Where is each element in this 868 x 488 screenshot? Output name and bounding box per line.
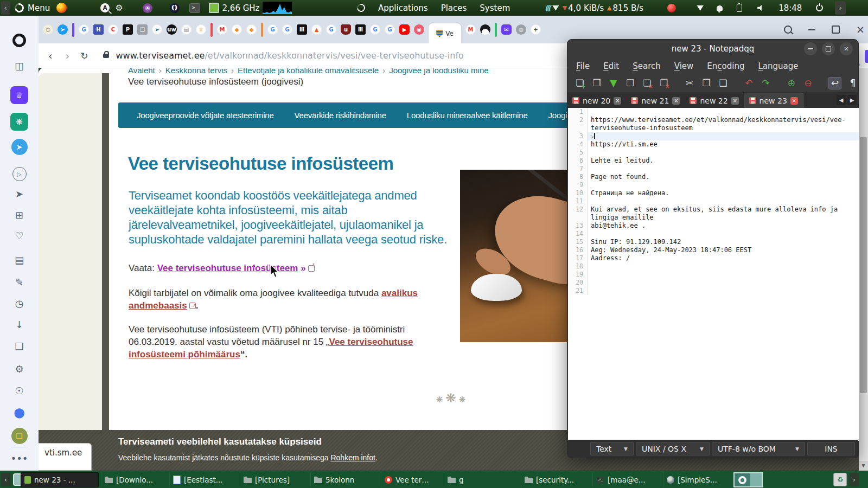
- pinned-tab-google-1[interactable]: G: [79, 24, 89, 35]
- pinned-tab-metamask-2[interactable]: ◆: [246, 24, 257, 35]
- rohkem-infot-link[interactable]: Rohkem infot: [330, 453, 375, 462]
- site-nav-item[interactable]: Veevärkide riskihindamine: [295, 111, 386, 120]
- aria-icon[interactable]: ♕: [0, 86, 39, 104]
- editor-tab-new-21[interactable]: new 21×: [626, 93, 685, 108]
- pinned-tab-gmail-1[interactable]: M: [217, 24, 227, 35]
- editor-line[interactable]: 8Page not found.: [568, 173, 859, 181]
- forward-button[interactable]: ›: [66, 50, 70, 62]
- sidebar-ellipsis[interactable]: •••: [0, 453, 39, 464]
- taskbar-window-10[interactable]: [SimpleS...: [663, 472, 732, 487]
- save-icon[interactable]: ▼: [608, 79, 619, 88]
- panel-collapse-right-icon[interactable]: ›: [835, 1, 846, 15]
- browser-minimize-button[interactable]: [808, 29, 815, 30]
- pinned-tab-p-site[interactable]: P: [123, 24, 133, 35]
- pinned-tab-archive-2[interactable]: Ⅲ: [355, 24, 366, 35]
- extensions-icon[interactable]: ❑: [0, 341, 39, 352]
- editor-line[interactable]: 18: [568, 262, 859, 271]
- tab-scroll-left-icon[interactable]: ◀: [837, 95, 846, 105]
- battery-icon[interactable]: [737, 4, 742, 12]
- redo-icon[interactable]: ↷: [760, 79, 771, 88]
- status-encoding-select[interactable]: UTF-8 w/o BOM▼: [712, 442, 805, 455]
- status-format-select[interactable]: Text▼: [590, 442, 634, 455]
- status-line-endings-select[interactable]: UNIX / OS X▼: [636, 442, 710, 455]
- firefox-launcher-icon[interactable]: [56, 3, 67, 13]
- editor-tab-new-20[interactable]: new 20×: [567, 93, 626, 108]
- editor-line[interactable]: 6Lehte ei leitud.: [568, 157, 859, 165]
- taskbar-window-2[interactable]: [Downlo...: [101, 472, 167, 487]
- opera-logo[interactable]: [0, 34, 39, 47]
- pinned-tab-twitter[interactable]: ➤: [58, 24, 68, 35]
- pinned-tab-google-6[interactable]: G: [385, 24, 395, 35]
- menu-edit[interactable]: Edit: [603, 61, 619, 71]
- browser-maximize-button[interactable]: [832, 25, 840, 34]
- editor-line[interactable]: 2https://www.terviseamet.ee/et/valkonnad…: [568, 116, 859, 132]
- editor-line[interactable]: 5: [568, 149, 859, 157]
- system-menu[interactable]: System: [480, 3, 510, 13]
- docs-app-icon[interactable]: ❏: [0, 428, 39, 444]
- notepadqq-minimize-button[interactable]: [804, 42, 817, 55]
- downloads-icon[interactable]: ↓: [0, 319, 39, 330]
- terminal-launcher-icon[interactable]: >_: [189, 3, 200, 13]
- twitter-sidebar-icon[interactable]: ➤: [0, 139, 39, 155]
- editor-tab-new-22[interactable]: new 22×: [685, 93, 743, 108]
- messenger-icon[interactable]: ⬤: [0, 407, 39, 418]
- telegram-panel-icon[interactable]: ➤: [0, 188, 39, 200]
- page-scrollbar[interactable]: ▼: [859, 68, 868, 471]
- zoom-in-icon[interactable]: ⊕: [786, 79, 797, 88]
- close-doc-icon[interactable]: ❏×: [642, 79, 653, 88]
- network-monitor-icon[interactable]: (((: [545, 4, 550, 12]
- cut-icon[interactable]: ✂: [684, 79, 695, 88]
- network-applet-icon[interactable]: [697, 5, 704, 11]
- save-all-icon[interactable]: ❒: [625, 79, 636, 88]
- pinned-tab-crown[interactable]: ♕: [196, 24, 206, 35]
- opera-launcher-icon[interactable]: O: [170, 3, 180, 13]
- browser-search-icon[interactable]: [784, 25, 792, 34]
- taskbar-window-6[interactable]: Vee tervi...: [381, 472, 436, 487]
- pinned-tab-book[interactable]: ▤: [181, 24, 192, 35]
- taskbar-window-1[interactable]: new 23 - ...: [21, 472, 99, 487]
- applications-menu[interactable]: Applications: [378, 3, 428, 13]
- browser-close-button[interactable]: ×: [856, 24, 865, 35]
- editor-line[interactable]: 10Страница не найдена.: [568, 189, 859, 197]
- close-all-icon[interactable]: ❐×: [659, 79, 669, 88]
- search-tool-icon[interactable]: A: [100, 3, 110, 12]
- opera-window-preview[interactable]: [733, 472, 763, 487]
- gears-icon[interactable]: ⚙: [115, 3, 123, 13]
- pinned-tab-uw[interactable]: uw: [167, 24, 177, 35]
- tab-scroll-right-icon[interactable]: ▶: [847, 95, 857, 105]
- pinned-tab-youtube[interactable]: ▶: [399, 24, 410, 35]
- tab-close-icon[interactable]: ×: [731, 97, 739, 105]
- new-tab-button[interactable]: +: [531, 24, 541, 35]
- play-panel-icon[interactable]: ▷: [0, 167, 39, 181]
- pinned-tab-document[interactable]: ❏: [137, 24, 148, 35]
- tor-browser-icon[interactable]: [143, 3, 152, 13]
- editor-tab-new-23[interactable]: new 23×: [744, 93, 803, 108]
- settings-icon[interactable]: ⚙: [0, 363, 39, 375]
- pinned-tab-penguin[interactable]: [480, 24, 490, 35]
- chatgpt-icon[interactable]: ❋: [0, 113, 39, 131]
- copy-icon[interactable]: ❐: [701, 79, 712, 88]
- tab-close-icon[interactable]: ×: [672, 97, 680, 105]
- pinned-tab-ublock[interactable]: u: [341, 24, 351, 35]
- pinned-tab-archive-1[interactable]: Ⅲ: [297, 24, 307, 35]
- editor-line[interactable]: 14: [568, 230, 859, 238]
- heart-icon[interactable]: ♡: [0, 230, 39, 241]
- taskbar-window-7[interactable]: g: [444, 472, 470, 487]
- paste-icon[interactable]: ❑: [718, 79, 729, 88]
- editor-line[interactable]: 7: [568, 165, 859, 173]
- editor-line[interactable]: 17Aadress: /: [568, 254, 859, 262]
- pinned-tab-clock-app[interactable]: ◷: [43, 24, 53, 35]
- breadcrumb-item[interactable]: Avaleht: [128, 68, 155, 75]
- menu-encoding[interactable]: Encoding: [707, 61, 744, 71]
- breadcrumb-item[interactable]: Keskkonna tervis: [165, 68, 227, 75]
- pinned-tab-globe[interactable]: ◍: [516, 24, 526, 35]
- pinned-tab-google-4[interactable]: G: [326, 24, 336, 35]
- status-insert-mode[interactable]: INS: [807, 442, 855, 455]
- feed-icon[interactable]: ▤: [0, 254, 39, 266]
- editor-line[interactable]: 16Aeg: Wednesday, 24-May-2023 18:47:06 E…: [568, 246, 859, 254]
- notepadqq-titlebar[interactable]: new 23 - Notepadqq ×: [567, 40, 858, 58]
- trash-applet[interactable]: ♻: [833, 473, 847, 486]
- tab-close-icon[interactable]: ×: [790, 97, 798, 105]
- grid-icon[interactable]: ⊞: [0, 209, 39, 221]
- pinned-tab-fire[interactable]: ▲: [311, 24, 322, 35]
